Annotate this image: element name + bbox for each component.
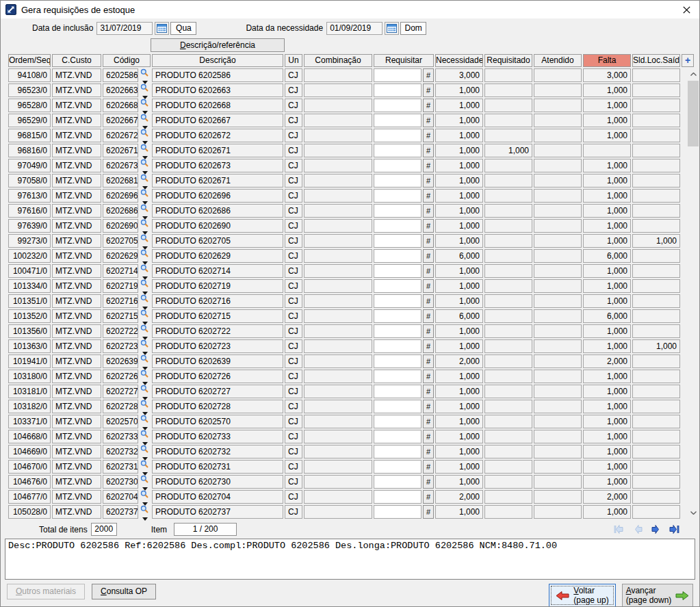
- requisitar-input[interactable]: [374, 400, 422, 413]
- quantity-hash-button[interactable]: #: [423, 460, 434, 474]
- quantity-hash-button[interactable]: #: [423, 68, 434, 82]
- requisitar-input[interactable]: [374, 309, 422, 323]
- requisitar-input[interactable]: [374, 430, 422, 443]
- next-page-icon[interactable]: [651, 524, 662, 534]
- requisitar-input[interactable]: [374, 129, 422, 142]
- requisitar-input[interactable]: [374, 385, 422, 398]
- need-calendar-button[interactable]: [385, 22, 399, 35]
- inclusion-calendar-button[interactable]: [155, 22, 169, 35]
- scroll-down-button[interactable]: [687, 507, 699, 519]
- search-icon[interactable]: [140, 234, 148, 242]
- search-icon[interactable]: [140, 279, 148, 287]
- search-icon[interactable]: [140, 445, 148, 453]
- quantity-hash-button[interactable]: #: [423, 475, 434, 489]
- search-icon[interactable]: [140, 370, 148, 378]
- quantity-hash-button[interactable]: #: [423, 339, 434, 353]
- requisitar-input[interactable]: [374, 68, 422, 82]
- search-icon[interactable]: [140, 249, 148, 257]
- quantity-hash-button[interactable]: #: [423, 294, 434, 308]
- voltar-page-up-button[interactable]: Voltar (page up): [549, 584, 616, 607]
- requisitar-input[interactable]: [374, 475, 422, 489]
- search-icon[interactable]: [140, 99, 148, 107]
- quantity-hash-button[interactable]: #: [423, 445, 434, 459]
- scroll-up-button[interactable]: [687, 68, 699, 80]
- requisitar-input[interactable]: [374, 83, 422, 97]
- requisitar-input[interactable]: [374, 415, 422, 428]
- search-icon[interactable]: [140, 385, 148, 393]
- quantity-hash-button[interactable]: #: [423, 189, 434, 203]
- requisitar-input[interactable]: [374, 234, 422, 248]
- search-icon[interactable]: [140, 144, 148, 152]
- requisitar-input[interactable]: [374, 505, 422, 519]
- vertical-scrollbar[interactable]: [687, 68, 699, 519]
- quantity-hash-button[interactable]: #: [423, 309, 434, 323]
- need-date-input[interactable]: 01/09/2019: [326, 22, 383, 35]
- quantity-hash-button[interactable]: #: [423, 430, 434, 443]
- quantity-hash-button[interactable]: #: [423, 204, 434, 218]
- search-icon[interactable]: [140, 174, 148, 182]
- search-icon[interactable]: [140, 114, 148, 122]
- inclusion-date-input[interactable]: 31/07/2019: [96, 22, 153, 35]
- description-reference-button[interactable]: Descrição/referência: [151, 38, 285, 52]
- search-icon[interactable]: [140, 354, 148, 363]
- search-icon[interactable]: [140, 415, 148, 423]
- search-icon[interactable]: [140, 400, 148, 408]
- quantity-hash-button[interactable]: #: [423, 324, 434, 338]
- search-icon[interactable]: [140, 129, 148, 137]
- search-icon[interactable]: [140, 430, 148, 438]
- requisitar-input[interactable]: [374, 490, 422, 504]
- requisitar-input[interactable]: [374, 279, 422, 293]
- search-icon[interactable]: [140, 490, 148, 498]
- quantity-hash-button[interactable]: #: [423, 99, 434, 112]
- search-icon[interactable]: [140, 339, 148, 348]
- quantity-hash-button[interactable]: #: [423, 114, 434, 127]
- search-icon[interactable]: [140, 159, 148, 167]
- search-icon[interactable]: [140, 204, 148, 212]
- quantity-hash-button[interactable]: #: [423, 400, 434, 413]
- requisitar-input[interactable]: [374, 204, 422, 218]
- avancar-page-down-button[interactable]: Avançar (page down): [622, 584, 693, 607]
- quantity-hash-button[interactable]: #: [423, 370, 434, 383]
- requisitar-input[interactable]: [374, 99, 422, 112]
- close-button[interactable]: [673, 1, 699, 18]
- requisitar-input[interactable]: [374, 159, 422, 172]
- quantity-hash-button[interactable]: #: [423, 385, 434, 398]
- requisitar-input[interactable]: [374, 264, 422, 278]
- quantity-hash-button[interactable]: #: [423, 249, 434, 263]
- search-icon[interactable]: [140, 219, 148, 227]
- search-icon[interactable]: [140, 324, 148, 333]
- quantity-hash-button[interactable]: #: [423, 354, 434, 368]
- requisitar-input[interactable]: [374, 294, 422, 308]
- requisitar-input[interactable]: [374, 114, 422, 127]
- quantity-hash-button[interactable]: #: [423, 129, 434, 142]
- quantity-hash-button[interactable]: #: [423, 159, 434, 172]
- requisitar-input[interactable]: [374, 460, 422, 474]
- search-icon[interactable]: [140, 294, 148, 302]
- last-page-icon[interactable]: [669, 524, 680, 534]
- dropdown-arrow-icon[interactable]: [142, 517, 148, 521]
- scrollbar-thumb[interactable]: [688, 81, 699, 146]
- requisitar-input[interactable]: [374, 339, 422, 353]
- quantity-hash-button[interactable]: #: [423, 83, 434, 97]
- consulta-op-button[interactable]: Consulta OP: [92, 584, 156, 599]
- quantity-hash-button[interactable]: #: [423, 415, 434, 428]
- requisitar-input[interactable]: [374, 324, 422, 338]
- search-icon[interactable]: [140, 460, 148, 468]
- search-icon[interactable]: [140, 68, 148, 77]
- requisitar-input[interactable]: [374, 249, 422, 263]
- requisitar-input[interactable]: [374, 189, 422, 203]
- search-icon[interactable]: [140, 505, 148, 513]
- quantity-hash-button[interactable]: #: [423, 219, 434, 233]
- quantity-hash-button[interactable]: #: [423, 505, 434, 519]
- search-icon[interactable]: [140, 264, 148, 272]
- requisitar-input[interactable]: [374, 370, 422, 383]
- quantity-hash-button[interactable]: #: [423, 144, 434, 157]
- quantity-hash-button[interactable]: #: [423, 264, 434, 278]
- quantity-hash-button[interactable]: #: [423, 279, 434, 293]
- add-column-button[interactable]: +: [682, 54, 694, 67]
- requisitar-input[interactable]: [374, 219, 422, 233]
- requisitar-input[interactable]: [374, 445, 422, 459]
- requisitar-input[interactable]: [374, 144, 422, 157]
- search-icon[interactable]: [140, 309, 148, 318]
- search-icon[interactable]: [140, 189, 148, 197]
